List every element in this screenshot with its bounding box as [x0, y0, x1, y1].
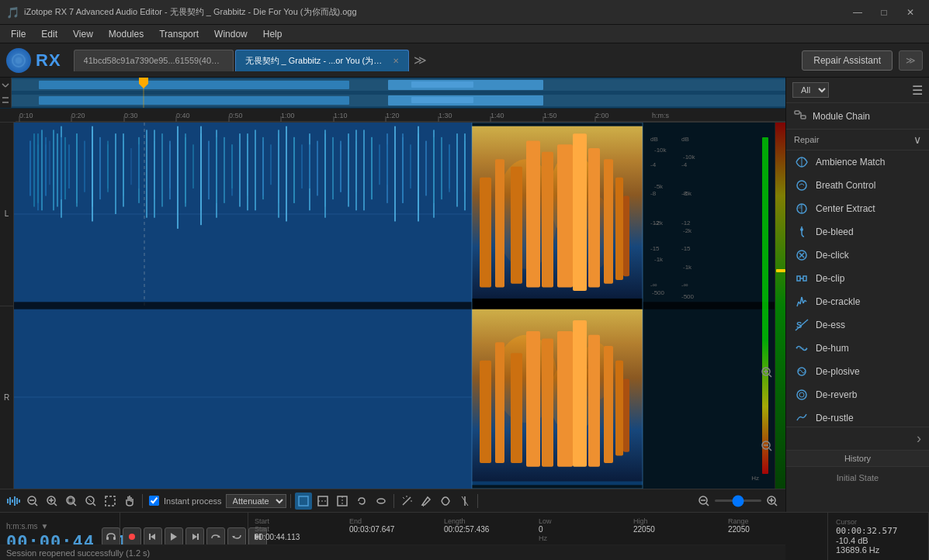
select-button[interactable]: [102, 493, 119, 510]
svg-text:-8: -8: [650, 190, 657, 197]
zoom-fit-button[interactable]: [82, 493, 99, 510]
module-ambience-match[interactable]: Ambience Match: [786, 150, 929, 174]
menu-edit[interactable]: Edit: [33, 27, 65, 41]
zoom-in-button[interactable]: [43, 493, 61, 510]
tab-close-icon[interactable]: ✕: [393, 57, 399, 65]
module-de-crackle[interactable]: De-crackle: [786, 290, 929, 313]
close-button[interactable]: ✕: [898, 5, 923, 20]
rect-selection-button[interactable]: [295, 493, 312, 510]
menu-modules[interactable]: Modules: [101, 27, 151, 41]
time-format-label: h:m:s.ms: [6, 522, 38, 531]
module-de-rustle[interactable]: De-rustle: [786, 406, 929, 427]
attenuate-select[interactable]: Attenuate: [226, 494, 286, 508]
svg-rect-157: [480, 178, 491, 288]
menu-help[interactable]: Help: [255, 27, 290, 41]
zoom-selection-button[interactable]: [63, 493, 80, 510]
next-button[interactable]: [185, 527, 204, 546]
zoom-slider[interactable]: [715, 500, 761, 502]
svg-rect-110: [379, 144, 380, 185]
loop-button[interactable]: [206, 527, 225, 546]
svg-text:1:30: 1:30: [439, 112, 452, 119]
svg-point-1: [16, 57, 22, 64]
module-de-hum[interactable]: De-hum: [786, 337, 929, 360]
more-modules-row: ›: [786, 427, 929, 450]
instant-process-checkbox[interactable]: [149, 496, 159, 506]
svg-line-226: [93, 503, 95, 506]
brush-selection-button[interactable]: [373, 493, 390, 510]
zoom-out-h-button[interactable]: [695, 493, 712, 510]
more-modules-button[interactable]: ›: [917, 430, 921, 447]
svg-rect-166: [615, 178, 623, 280]
svg-text:1:50: 1:50: [543, 112, 557, 119]
menu-window[interactable]: Window: [206, 27, 255, 41]
module-de-click[interactable]: De-click: [786, 244, 929, 267]
svg-rect-211: [12, 500, 13, 503]
time-selection-button[interactable]: [314, 493, 331, 510]
rubber-band-button[interactable]: [437, 493, 454, 510]
svg-text:-12: -12: [681, 220, 691, 226]
magic-wand-button[interactable]: [398, 493, 415, 510]
freq-selection-button[interactable]: [334, 493, 351, 510]
slice-button[interactable]: [456, 493, 473, 510]
high-col: High 22050: [633, 517, 726, 534]
tab-mp3[interactable]: 41bcd58c91a7390e95...61559(4015389).mp3: [74, 50, 234, 71]
module-de-reverb[interactable]: De-reverb: [786, 383, 929, 406]
tab-overflow-icon[interactable]: ≫: [414, 53, 427, 67]
headphone-button[interactable]: [102, 527, 120, 546]
svg-rect-162: [557, 144, 573, 287]
app-title: iZotope RX 7 Advanced Audio Editor - 无畏契…: [24, 6, 357, 18]
play-button[interactable]: [165, 527, 183, 546]
menu-view[interactable]: View: [65, 27, 101, 41]
all-select-dropdown[interactable]: All: [792, 82, 829, 98]
module-center-extract[interactable]: Center Extract: [786, 197, 929, 220]
collapse-icon[interactable]: [0, 78, 11, 93]
menu-transport[interactable]: Transport: [151, 27, 206, 41]
zoom-out-button[interactable]: [24, 493, 41, 510]
repair-assistant-button[interactable]: Repair Assistant: [802, 50, 893, 71]
svg-line-207: [769, 448, 771, 451]
loop2-button[interactable]: [227, 527, 246, 546]
double-arrow-icon[interactable]: [0, 93, 11, 109]
svg-rect-154: [464, 133, 466, 210]
svg-rect-114: [410, 144, 411, 188]
repair-expand-icon[interactable]: ∨: [913, 133, 921, 146]
waveform-view-button[interactable]: [5, 493, 22, 510]
zoom-in-icon[interactable]: [761, 366, 773, 379]
prev-button[interactable]: [144, 527, 162, 546]
hand-tool-button[interactable]: [121, 493, 138, 510]
module-de-bleed[interactable]: De-bleed: [786, 220, 929, 244]
minimize-button[interactable]: —: [845, 5, 870, 20]
toolbar-extra-button[interactable]: ≫: [899, 50, 923, 71]
logo-text: RX: [36, 50, 61, 71]
waveform-area[interactable]: L R: [0, 123, 785, 489]
svg-rect-171: [526, 331, 540, 467]
svg-text:-10k: -10k: [683, 154, 696, 161]
overview-waveform[interactable]: [0, 78, 785, 109]
lasso-selection-button[interactable]: [353, 493, 370, 510]
svg-rect-159: [511, 167, 522, 284]
module-de-ess[interactable]: S De-ess: [786, 313, 929, 337]
time-ruler-svg: 0:10 0:20 0:30 0:40 0:50 1:00 1:10 1:20: [16, 109, 785, 122]
separator-1: [142, 494, 143, 508]
panel-menu-button[interactable]: ☰: [912, 83, 923, 98]
module-de-plosive[interactable]: De-plosive: [786, 360, 929, 383]
waveform-canvas[interactable]: dB -4 -8 -12 -15 -∞ dB -4 -8 -12 -15 -∞ …: [14, 123, 775, 489]
svg-text:2:00: 2:00: [595, 112, 609, 119]
record-button[interactable]: [123, 527, 141, 546]
pencil-button[interactable]: [418, 493, 435, 510]
svg-text:-500: -500: [681, 293, 695, 300]
maximize-button[interactable]: □: [872, 5, 896, 20]
tab-ogg[interactable]: 无畏契约 _ Grabbitz - ...or You (为你而战).ogg ✕: [235, 50, 409, 71]
zoom-in-h-button[interactable]: [764, 493, 781, 510]
svg-text:0:30: 0:30: [124, 112, 138, 119]
time-format-arrow-icon[interactable]: ▼: [41, 522, 49, 531]
transport-row: [102, 527, 267, 546]
zoom-out-icon[interactable]: [761, 440, 773, 452]
module-chain[interactable]: Module Chain: [786, 103, 929, 130]
module-breath-control[interactable]: Breath Control: [786, 174, 929, 197]
menu-file[interactable]: File: [3, 27, 33, 41]
center-extract-icon: [794, 201, 809, 216]
svg-text:-500: -500: [652, 289, 665, 296]
module-de-clip[interactable]: De-clip: [786, 267, 929, 290]
history-initial-state[interactable]: Initial State: [786, 467, 929, 489]
